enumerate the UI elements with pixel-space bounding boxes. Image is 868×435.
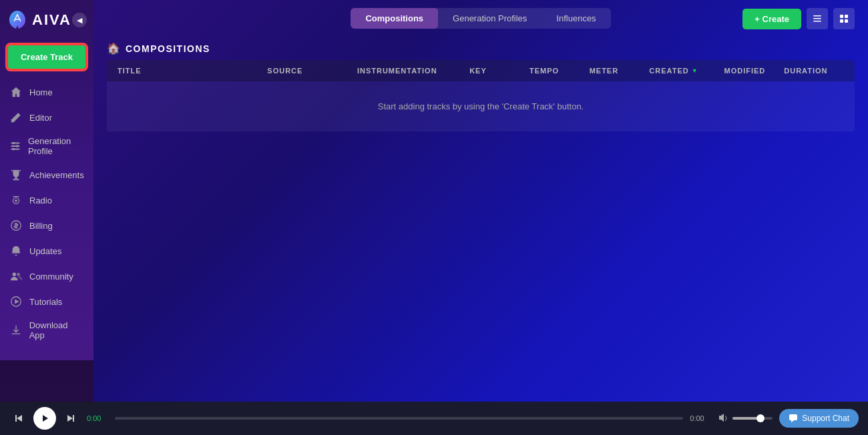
page-header: 🏠 COMPOSITIONS <box>93 37 868 60</box>
bell-icon <box>9 244 23 258</box>
play-button[interactable] <box>33 407 56 430</box>
support-chat-label: Support Chat <box>802 414 849 423</box>
list-view-button[interactable] <box>807 8 828 29</box>
svg-rect-14 <box>813 21 821 22</box>
svg-rect-20 <box>15 415 17 422</box>
svg-marker-19 <box>17 415 22 422</box>
users-icon <box>9 270 23 283</box>
col-source: SOURCE <box>267 67 357 75</box>
svg-rect-13 <box>813 18 821 19</box>
compositions-table: TITLE SOURCE INSTRUMENTATION KEY TEMPO M… <box>107 60 855 131</box>
top-navigation: Compositions Generation Profiles Influen… <box>93 0 868 37</box>
support-chat-button[interactable]: Support Chat <box>779 409 859 428</box>
sidebar-item-generation-profile-label: Generation Profile <box>28 136 84 156</box>
sidebar: AIVA ◀ Create Track Home Editor Generati… <box>0 0 93 435</box>
collapse-sidebar-button[interactable]: ◀ <box>72 13 87 27</box>
svg-rect-15 <box>840 15 843 18</box>
svg-point-8 <box>13 273 16 276</box>
sidebar-item-achievements-label: Achievements <box>29 170 84 180</box>
sidebar-item-tutorials-label: Tutorials <box>29 297 62 307</box>
svg-point-1 <box>16 145 19 147</box>
edit-icon <box>9 111 23 124</box>
create-track-button[interactable]: Create Track <box>7 44 87 70</box>
top-tabs: Compositions Generation Profiles Influen… <box>351 8 610 29</box>
sliders-icon <box>9 139 21 153</box>
svg-marker-21 <box>43 415 48 422</box>
sidebar-item-generation-profile[interactable]: Generation Profile <box>0 130 93 162</box>
svg-rect-16 <box>845 15 848 18</box>
nav-menu: Home Editor Generation Profile Achieveme… <box>0 79 93 346</box>
player-bar: 0:00 0:00 Support Chat <box>0 402 868 435</box>
progress-bar[interactable] <box>115 417 683 420</box>
col-title: TITLE <box>118 67 267 75</box>
tab-influences[interactable]: Influences <box>541 8 610 29</box>
sidebar-item-billing[interactable]: Billing <box>0 213 93 238</box>
breadcrumb-home-icon: 🏠 <box>107 42 120 55</box>
sidebar-item-download-app-label: Download App <box>29 320 84 340</box>
svg-rect-18 <box>845 19 848 23</box>
table-header: TITLE SOURCE INSTRUMENTATION KEY TEMPO M… <box>107 60 855 81</box>
current-time: 0:00 <box>87 414 108 422</box>
sidebar-item-radio[interactable]: Radio <box>0 187 93 213</box>
sidebar-item-editor[interactable]: Editor <box>0 105 93 130</box>
play-icon <box>9 295 23 308</box>
sidebar-item-home-label: Home <box>29 87 53 97</box>
previous-button[interactable] <box>9 409 28 428</box>
svg-point-6 <box>15 199 17 202</box>
col-key: KEY <box>469 67 529 75</box>
sidebar-item-download-app[interactable]: Download App <box>0 314 93 346</box>
svg-rect-4 <box>13 179 19 180</box>
volume-area <box>718 412 773 425</box>
list-icon <box>812 13 823 24</box>
svg-marker-11 <box>15 299 19 304</box>
home-icon <box>9 85 23 99</box>
sidebar-item-updates[interactable]: Updates <box>0 238 93 264</box>
volume-thumb <box>756 414 765 422</box>
dollar-icon <box>9 219 23 232</box>
create-button[interactable]: + Create <box>742 9 801 29</box>
page-title: COMPOSITIONS <box>126 43 210 54</box>
svg-point-9 <box>17 273 20 276</box>
svg-marker-24 <box>719 414 724 422</box>
chat-icon <box>789 414 798 423</box>
sidebar-item-community[interactable]: Community <box>0 264 93 289</box>
grid-icon <box>839 13 849 24</box>
logo-area: AIVA ◀ <box>0 0 93 40</box>
col-duration: DURATION <box>784 67 844 75</box>
volume-icon <box>718 412 728 425</box>
sidebar-item-updates-label: Updates <box>29 246 61 256</box>
next-button[interactable] <box>61 409 80 428</box>
svg-rect-12 <box>813 15 821 17</box>
sidebar-item-billing-label: Billing <box>29 221 53 231</box>
svg-rect-3 <box>15 177 17 179</box>
player-controls <box>9 407 80 430</box>
sort-arrow-icon: ▼ <box>692 67 698 74</box>
tab-generation-profiles[interactable]: Generation Profiles <box>438 8 541 29</box>
sidebar-item-editor-label: Editor <box>29 113 52 123</box>
next-icon <box>66 414 75 423</box>
sidebar-item-tutorials[interactable]: Tutorials <box>0 289 93 314</box>
sidebar-item-achievements[interactable]: Achievements <box>0 162 93 187</box>
svg-marker-22 <box>67 415 73 422</box>
table-empty-message: Start adding tracks by using the 'Create… <box>107 81 855 131</box>
sidebar-item-community-label: Community <box>29 272 73 282</box>
radio-icon <box>9 193 23 207</box>
previous-icon <box>14 414 23 423</box>
grid-view-button[interactable] <box>833 8 855 29</box>
trophy-icon <box>9 168 23 181</box>
svg-rect-25 <box>789 414 797 420</box>
aiva-logo-icon <box>7 9 28 31</box>
col-tempo: TEMPO <box>529 67 590 75</box>
svg-point-2 <box>13 148 15 151</box>
app-name: AIVA <box>32 11 71 29</box>
svg-rect-17 <box>840 19 843 23</box>
sidebar-item-home[interactable]: Home <box>0 79 93 105</box>
tab-compositions[interactable]: Compositions <box>351 8 438 29</box>
svg-rect-23 <box>73 415 74 422</box>
volume-slider[interactable] <box>732 417 773 420</box>
col-created: CREATED ▼ <box>649 67 724 75</box>
logo-group: AIVA <box>7 9 71 31</box>
col-modified: MODIFIED <box>724 67 785 75</box>
col-instrumentation: INSTRUMENTATION <box>357 67 469 75</box>
total-time: 0:00 <box>690 414 711 422</box>
